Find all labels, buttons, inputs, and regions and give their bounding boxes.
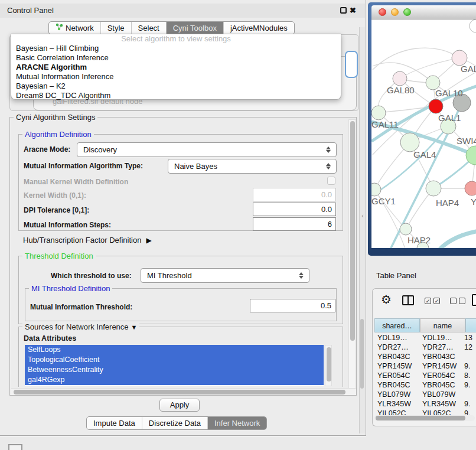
node-gal11[interactable] <box>371 106 386 120</box>
column-header-shared[interactable]: shared… <box>374 318 420 332</box>
settings-vertical-scrollbar[interactable] <box>348 119 356 392</box>
attribute-list-item[interactable]: BetweennessCentrality <box>25 365 324 375</box>
attribute-list-item[interactable]: SelfLoops <box>25 345 324 355</box>
data-attributes-label: Data Attributes <box>24 334 76 343</box>
settings-horizontal-scrollbar[interactable] <box>11 388 356 395</box>
unchecked-column-icon[interactable] <box>450 298 457 304</box>
column-header-cut[interactable] <box>465 318 476 332</box>
control-panel-tabs: Network Style Select Cyni Toolbox jActiv… <box>48 21 295 35</box>
network-window-titlebar[interactable] <box>371 5 476 19</box>
aracne-mode-label: Aracne Mode: <box>24 145 70 154</box>
collapsed-arrow-icon: ▶ <box>146 236 151 244</box>
unchecked-column-icon[interactable] <box>459 298 465 304</box>
node-label-hap4: HAP4 <box>436 198 459 208</box>
data-attributes-list: SelfLoopsTopologicalCoefficientBetweenne… <box>25 345 324 386</box>
split-view-icon[interactable] <box>402 295 414 305</box>
sources-title-expander[interactable]: Sources for Network Inference▼ <box>22 322 139 331</box>
dropdown-item[interactable]: Mutual Information Inference <box>11 72 341 81</box>
node-y-partial[interactable] <box>465 181 476 195</box>
scrollbar-thumb[interactable] <box>360 319 364 389</box>
mi-threshold-field[interactable]: 0.5 <box>250 299 335 312</box>
tab-network[interactable]: Network <box>49 22 100 34</box>
group-title: Cyni Algorithm Settings <box>14 113 97 122</box>
splitter-collapse-arrow[interactable]: ‹ <box>360 213 366 219</box>
tab-impute-data[interactable]: Impute Data <box>87 417 142 429</box>
document-icon[interactable] <box>472 294 476 306</box>
table-panel-title: Table Panel <box>376 271 416 280</box>
tab-jactivemnodules[interactable]: jActiveMNodules <box>223 22 294 34</box>
minimized-widget[interactable] <box>8 444 22 450</box>
node-label-swi4: SWI4 <box>457 136 476 146</box>
table-row[interactable]: YLR345WYLR345W9. <box>374 399 476 409</box>
tab-select[interactable]: Select <box>131 22 166 34</box>
checked-column-icon[interactable]: ✓ <box>425 298 431 304</box>
checked-column-icon[interactable]: ✓ <box>433 298 440 304</box>
float-window-icon[interactable] <box>340 7 347 14</box>
tab-style[interactable]: Style <box>100 22 131 34</box>
network-graph: GAL GAL80 GAL10 GAL1 GAL11 SWI4 GAL4 GCY… <box>371 19 476 248</box>
table-row[interactable]: YBR043CYBR043C <box>374 352 476 361</box>
column-header-name[interactable]: name <box>420 318 465 332</box>
close-icon[interactable]: ✖ <box>350 5 356 17</box>
table-row[interactable]: YBR045CYBR045C9. <box>374 380 476 390</box>
tab-discretize-data[interactable]: Discretize Data <box>142 417 207 429</box>
scrollbar-thumb[interactable] <box>327 347 331 381</box>
gear-icon[interactable]: ⚙ <box>381 292 392 306</box>
desktop: Control Panel ✖ Network Style Select Cyn… <box>0 0 476 450</box>
dropdown-item[interactable]: Basic Correlation Inference <box>11 53 341 63</box>
manual-kernel-width-checkbox[interactable] <box>327 177 335 185</box>
mac-minimize-button[interactable] <box>391 8 399 16</box>
control-panel-titlebar[interactable]: Control Panel ✖ <box>0 4 365 18</box>
mi-algorithm-type-select[interactable]: Naive Bayes <box>168 159 337 174</box>
combo-spinner-icon <box>326 162 331 170</box>
table-row[interactable]: YDL19…YDL19…13 <box>374 333 476 343</box>
dropdown-items: Bayesian – Hill ClimbingBasic Correlatio… <box>11 44 341 100</box>
panel-edge-scrollbar[interactable]: ‹ <box>359 27 365 433</box>
dropdown-item[interactable]: ARACNE Algorithm <box>11 63 341 72</box>
node-label-gal10: GAL10 <box>435 88 463 98</box>
kernel-width-field[interactable]: 0.0 <box>253 188 336 201</box>
dpi-tolerance-field[interactable]: 0.0 <box>253 203 336 216</box>
mac-close-button[interactable] <box>379 8 386 16</box>
mi-steps-label: Mutual Information Steps: <box>24 221 111 229</box>
node-gal80[interactable] <box>393 71 407 86</box>
tab-infer-network[interactable]: Infer Network <box>207 417 266 429</box>
dropdown-item[interactable]: Bayesian – K2 <box>11 81 341 91</box>
control-panel-window: Control Panel ✖ Network Style Select Cyn… <box>0 0 366 436</box>
hub-definition-expander[interactable]: Hub/Transcription Factor Definition▶ <box>23 236 152 244</box>
scrollbar-thumb[interactable] <box>350 121 355 341</box>
node-unnamed-top[interactable] <box>470 19 476 32</box>
node-label-y-partial: Y <box>471 197 476 207</box>
sources-group: Sources for Network Inference▼ Data Attr… <box>18 327 343 387</box>
attribute-list-item[interactable]: TopologicalCoefficient <box>25 355 324 365</box>
node-gcy1[interactable] <box>371 183 381 196</box>
algorithm-dropdown-list: Select algorithm to view settings Bayesi… <box>11 34 341 100</box>
node-label-gal11: GAL11 <box>371 119 399 129</box>
scrollbar-thumb[interactable] <box>14 390 345 394</box>
node-gal1-red[interactable] <box>429 99 443 113</box>
threshold-definition-title: Threshold Definition <box>22 252 96 260</box>
network-canvas[interactable]: GAL GAL80 GAL10 GAL1 GAL11 SWI4 GAL4 GCY… <box>371 19 476 248</box>
mac-zoom-button[interactable] <box>403 8 411 16</box>
table-horizontal-scrollbar[interactable] <box>374 415 475 421</box>
dropdown-item[interactable]: Dream8 DC_TDC Algorithm <box>11 91 341 100</box>
node-hap4[interactable] <box>426 181 441 196</box>
node-hap2[interactable] <box>400 223 412 235</box>
mi-steps-field[interactable]: 6 <box>253 217 336 231</box>
algorithm-definition-title: Algorithm Definition <box>22 130 94 139</box>
which-threshold-select[interactable]: MI Threshold <box>141 268 309 283</box>
scrollbar-thumb[interactable] <box>376 416 465 420</box>
tab-cyni-toolbox[interactable]: Cyni Toolbox <box>166 22 223 34</box>
table-row[interactable]: YDR27…YDR27…12 <box>374 343 476 352</box>
threshold-definition-group: Threshold Definition Which threshold to … <box>18 256 343 324</box>
combo-spinner-icon <box>299 272 304 279</box>
aracne-mode-select[interactable]: Discovery <box>77 142 337 157</box>
attributes-list-scrollbar[interactable] <box>325 345 332 386</box>
attribute-list-item[interactable]: gal4RGexp <box>25 375 324 385</box>
table-row[interactable]: YPR145WYPR145W9. <box>374 361 476 371</box>
table-row[interactable]: YBL079WYBL079W <box>374 390 476 399</box>
node-label-gal4: GAL4 <box>413 149 436 159</box>
table-row[interactable]: YER054CYER054C8. <box>374 371 476 380</box>
dropdown-item[interactable]: Bayesian – Hill Climbing <box>11 44 341 53</box>
apply-button[interactable]: Apply <box>159 399 200 412</box>
